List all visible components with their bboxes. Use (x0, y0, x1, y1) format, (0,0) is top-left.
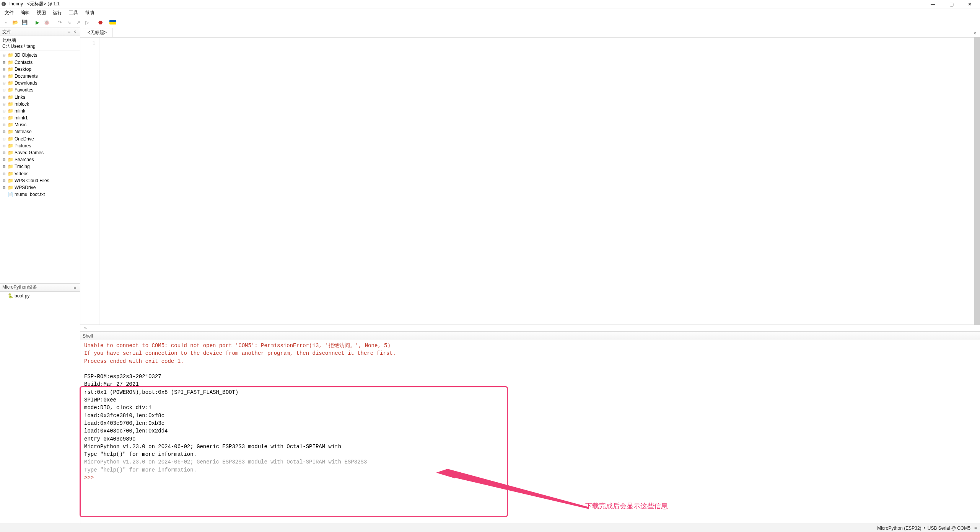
code-editor[interactable]: 1 (80, 38, 980, 325)
code-area[interactable] (99, 38, 980, 325)
files-path-value: C: \ Users \ tang (2, 43, 78, 49)
tree-item[interactable]: ⊞📁Links (2, 94, 78, 101)
file-tree[interactable]: ⊞📁3D Objects⊞📁Contacts⊞📁Desktop⊞📁Documen… (0, 51, 80, 283)
step-out-icon: ↗ (74, 18, 82, 26)
tree-item[interactable]: ⊞📁OneDrive (2, 135, 78, 142)
tree-item[interactable]: ⊞📁mlink (2, 108, 78, 114)
folder-icon: 📁 (8, 80, 13, 86)
folder-icon: 📁 (8, 143, 13, 149)
app-icon: 🅣 (2, 2, 6, 7)
tree-item[interactable]: ⊞📁mlink1 (2, 114, 78, 121)
folder-icon: 📁 (8, 108, 13, 114)
tree-item[interactable]: ⊞📁WPS Cloud Files (2, 177, 78, 184)
tree-item[interactable]: ⊞📁Documents (2, 73, 78, 80)
save-file-icon[interactable]: 💾 (21, 18, 28, 26)
files-path-label: 此电脑 (2, 37, 78, 43)
folder-icon: 📁 (8, 157, 13, 163)
menu-视图[interactable]: 视图 (34, 9, 49, 17)
step-into-icon: ↘ (65, 18, 73, 26)
editor-scrollbar[interactable] (974, 38, 980, 325)
tree-item[interactable]: ⊞📁Desktop (2, 66, 78, 73)
shell-title: Shell (83, 333, 93, 339)
shell-panel: « Shell Unable to connect to COM5: could… (80, 325, 980, 524)
folder-icon: 📁 (8, 52, 13, 58)
debug-icon: 🐞 (43, 18, 50, 26)
files-panel-menu-icon[interactable]: ≡ (67, 29, 72, 34)
tree-item[interactable]: 📄mumu_boot.txt (2, 191, 78, 198)
tree-item[interactable]: ⊞📁Favorites (2, 86, 78, 93)
folder-icon: 📁 (8, 94, 13, 100)
support-flag-icon[interactable] (109, 20, 116, 24)
resume-icon: ▷ (83, 18, 91, 26)
tree-item[interactable]: ⊞📁WPSDrive (2, 184, 78, 191)
menu-文件[interactable]: 文件 (2, 9, 17, 17)
menubar: 文件编辑视图运行工具帮助 (0, 8, 980, 17)
folder-icon: 📁 (8, 129, 13, 135)
maximize-button[interactable]: ▢ (943, 0, 960, 8)
annotation-text: 下载完成后会显示这些信息 (585, 501, 668, 511)
folder-icon: 📁 (8, 87, 13, 93)
tree-item[interactable]: ⊞📁Downloads (2, 80, 78, 86)
new-file-icon[interactable]: ▫ (2, 18, 10, 26)
status-menu-icon[interactable]: ≡ (973, 525, 977, 531)
step-over-icon: ↷ (56, 18, 63, 26)
stop-icon[interactable]: ⬣ (96, 18, 104, 26)
file-icon: 📄 (8, 191, 13, 197)
files-panel-title: 文件 (2, 29, 11, 35)
editor-gutter: 1 (80, 38, 99, 325)
editor-tab-close-icon[interactable]: × (971, 29, 978, 37)
folder-icon: 📁 (8, 122, 13, 128)
tree-item[interactable]: ⊞📁mblock (2, 101, 78, 108)
folder-icon: 📁 (8, 184, 13, 191)
tree-item[interactable]: ⊞📁Music (2, 121, 78, 128)
folder-icon: 📁 (8, 163, 13, 170)
mp-panel-header: MicroPython设备 ≡ (0, 283, 80, 292)
minimize-button[interactable]: — (924, 0, 942, 8)
python-file-icon: 🐍 (8, 293, 13, 299)
files-panel-close-icon[interactable]: × (72, 29, 78, 34)
toolbar: ▫📂💾▶🐞↷↘↗▷⬣ (0, 17, 980, 28)
shell-tab-prev-icon[interactable]: « (82, 324, 89, 331)
folder-icon: 📁 (8, 136, 13, 142)
tree-item[interactable]: ⊞📁Contacts (2, 59, 78, 66)
tree-item[interactable]: ⊞📁Searches (2, 156, 78, 163)
titlebar: 🅣 Thonny - <无标题> @ 1:1 — ▢ ✕ (0, 0, 980, 8)
mp-panel-menu-icon[interactable]: ≡ (72, 285, 78, 290)
window-title: Thonny - <无标题> @ 1:1 (8, 1, 60, 7)
files-panel-header: 文件 ≡ × (0, 28, 80, 36)
tree-item[interactable]: ⊞📁Tracing (2, 163, 78, 170)
run-icon[interactable]: ▶ (34, 18, 41, 26)
tree-item[interactable]: 🐍boot.py (2, 292, 78, 299)
tree-item[interactable]: ⊞📁Videos (2, 170, 78, 177)
close-button[interactable]: ✕ (961, 0, 978, 8)
folder-icon: 📁 (8, 150, 13, 156)
status-interpreter[interactable]: MicroPython (ESP32) (877, 525, 921, 531)
editor-tabs: <无标题> × (80, 28, 980, 38)
folder-icon: 📁 (8, 171, 13, 177)
tree-item[interactable]: ⊞📁Netease (2, 128, 78, 135)
status-port[interactable]: USB Serial @ COM5 (928, 525, 970, 531)
mp-file-tree[interactable]: 🐍boot.py (0, 292, 80, 524)
folder-icon: 📁 (8, 66, 13, 72)
folder-icon: 📁 (8, 178, 13, 184)
shell-output[interactable]: Unable to connect to COM5: could not ope… (80, 340, 980, 524)
folder-icon: 📁 (8, 73, 13, 79)
folder-icon: 📁 (8, 115, 13, 121)
folder-icon: 📁 (8, 101, 13, 107)
open-file-icon[interactable]: 📂 (11, 18, 19, 26)
folder-icon: 📁 (8, 59, 13, 65)
editor-tab-active[interactable]: <无标题> (82, 28, 112, 37)
tree-item[interactable]: ⊞📁3D Objects (2, 52, 78, 59)
menu-工具[interactable]: 工具 (66, 9, 81, 17)
menu-运行[interactable]: 运行 (50, 9, 65, 17)
tree-item[interactable]: ⊞📁Saved Games (2, 149, 78, 156)
mp-panel-title: MicroPython设备 (2, 284, 37, 290)
tree-item[interactable]: ⊞📁Pictures (2, 142, 78, 149)
statusbar: MicroPython (ESP32) • USB Serial @ COM5 … (0, 524, 980, 532)
menu-编辑[interactable]: 编辑 (18, 9, 33, 17)
menu-帮助[interactable]: 帮助 (82, 9, 97, 17)
files-path[interactable]: 此电脑 C: \ Users \ tang (0, 36, 80, 51)
